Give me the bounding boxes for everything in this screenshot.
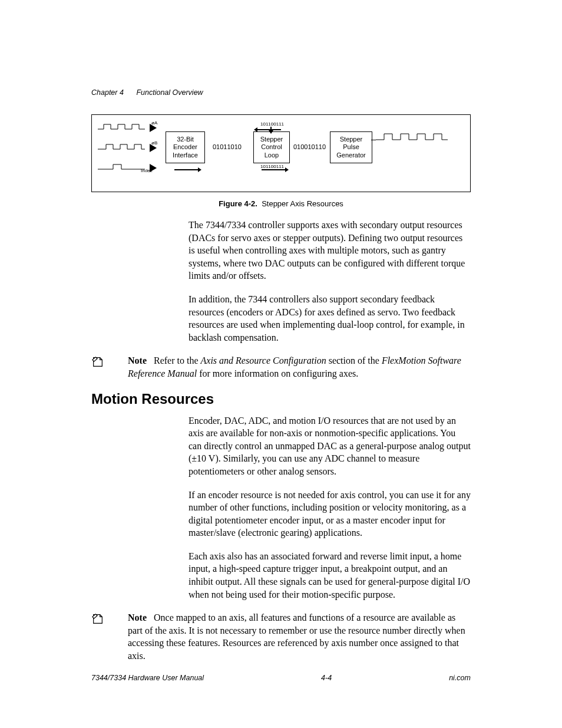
chapter-number: Chapter 4 [91, 88, 124, 97]
footer-left: 7344/7334 Hardware User Manual [91, 674, 204, 682]
footer-right: ni.com [449, 674, 471, 682]
arrow-icon [270, 127, 272, 130]
control-loop-box: Stepper Control Loop [253, 131, 290, 163]
bits-bottom-label: 101100111 [260, 164, 284, 169]
note-label: Note [128, 355, 147, 365]
body-paragraph: Encoder, DAC, ADC, and motion I/O resour… [189, 414, 471, 478]
signal-phase-b-label: øB [151, 140, 157, 146]
pulse-generator-box: Stepper Pulse Generator [330, 131, 372, 163]
bits-mid-label: 010010110 [293, 143, 326, 150]
note-icon [91, 612, 104, 625]
note-block: Note Once mapped to an axis, all feature… [91, 611, 471, 662]
note-label: Note [128, 612, 147, 622]
figure-caption-text: Stepper Axis Resources [262, 199, 343, 208]
encoder-interface-box: 32-Bit Encoder Interface [166, 131, 205, 163]
bits-left-label: 01011010 [213, 143, 242, 150]
figure-caption: Figure 4-2. Stepper Axis Resources [91, 199, 471, 208]
arrow-icon [262, 169, 285, 170]
note-text: Note Once mapped to an axis, all feature… [128, 611, 471, 662]
chapter-title: Functional Overview [136, 88, 203, 97]
signal-phase-a-label: øA [151, 120, 157, 126]
footer-page-number: 4-4 [321, 674, 332, 682]
figure-caption-label: Figure 4-2. [219, 199, 257, 208]
body-paragraph: Each axis also has an associated forward… [189, 550, 471, 601]
body-paragraph: In addition, the 7344 controllers also s… [189, 293, 471, 344]
arrow-icon [174, 169, 198, 170]
page-footer: 7344/7334 Hardware User Manual 4-4 ni.co… [91, 674, 471, 682]
bits-top-label: 101100111 [260, 121, 284, 127]
figure-diagram: øA øB Index 32-Bit Encoder Interface 010… [91, 114, 471, 192]
note-block: Note Refer to the Axis and Resource Conf… [91, 354, 471, 380]
signal-index-label: Index [141, 168, 153, 173]
body-paragraph: If an encoder resource is not needed for… [189, 489, 471, 539]
section-heading: Motion Resources [91, 391, 471, 407]
running-header: Chapter 4 Functional Overview [91, 88, 471, 97]
body-paragraph: The 7344/7334 controller supports axes w… [189, 219, 471, 282]
pulse-wave-icon [376, 131, 452, 143]
note-text: Note Refer to the Axis and Resource Conf… [128, 354, 471, 380]
connector-line [371, 140, 376, 140]
note-icon [91, 355, 104, 368]
